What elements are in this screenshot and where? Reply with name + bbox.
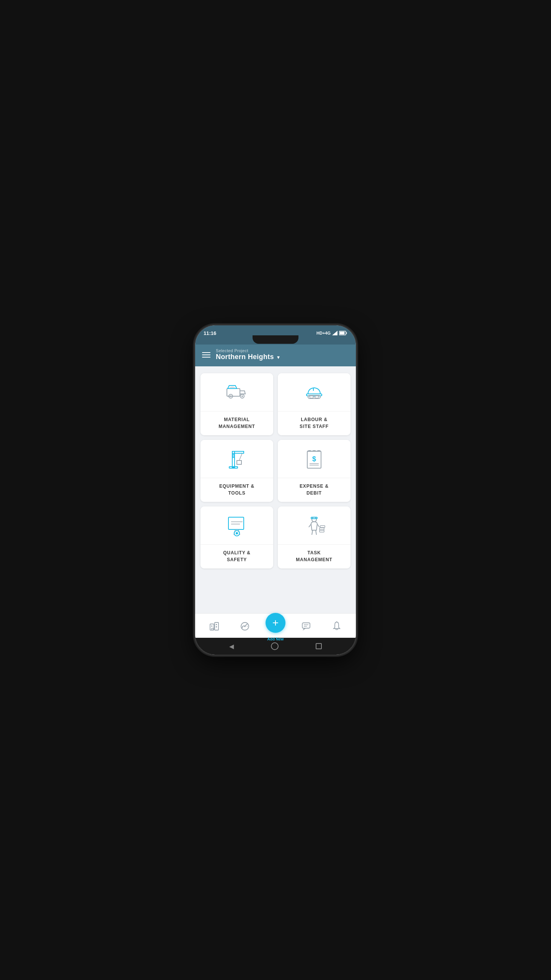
- receipt-icon: $: [302, 447, 326, 471]
- crane-icon: [225, 447, 249, 471]
- expense-debit-label: EXPENSE & DEBIT: [278, 478, 350, 502]
- svg-rect-47: [216, 624, 217, 625]
- svg-point-34: [236, 532, 238, 534]
- svg-rect-42: [320, 526, 325, 528]
- expense-icon-area: $: [278, 440, 350, 478]
- labour-label: LABOUR & SITE STAFF: [278, 412, 350, 435]
- nav-messages[interactable]: [291, 621, 321, 631]
- phone-frame: 11:16 HD+4G: [195, 325, 356, 655]
- recents-button[interactable]: [316, 643, 322, 649]
- svg-rect-43: [320, 530, 324, 532]
- certificate-icon: [225, 513, 249, 538]
- svg-rect-41: [320, 528, 324, 530]
- svg-rect-49: [212, 628, 213, 630]
- menu-row-3: QUALITY & SAFETY: [201, 506, 350, 568]
- hamburger-line-3: [202, 357, 210, 358]
- material-management-card[interactable]: MATERIAL MANAGEMENT: [201, 373, 273, 435]
- svg-marker-0: [332, 331, 337, 335]
- svg-rect-54: [302, 623, 310, 628]
- hamburger-line-1: [202, 352, 210, 353]
- nav-notifications[interactable]: [321, 621, 352, 631]
- svg-text:$: $: [312, 455, 316, 463]
- task-management-label: TASK MANAGEMENT: [278, 545, 350, 568]
- svg-line-40: [316, 530, 316, 535]
- labour-site-staff-card[interactable]: LABOUR & SITE STAFF: [278, 373, 350, 435]
- header-subtitle: Selected Project: [216, 348, 280, 353]
- material-management-label: MATERIAL MANAGEMENT: [201, 412, 273, 435]
- quality-safety-card[interactable]: QUALITY & SAFETY: [201, 506, 273, 568]
- nav-dashboard[interactable]: [230, 621, 260, 631]
- svg-rect-3: [340, 332, 345, 335]
- nav-add-new-wrapper: + Add New: [260, 616, 291, 636]
- task-icon-area: [278, 506, 350, 545]
- header-title-block: Selected Project Northern Heights ▾: [216, 348, 280, 361]
- equipment-tools-card[interactable]: EQUIPMENT & TOOLS: [201, 440, 273, 502]
- main-content: MATERIAL MANAGEMENT: [195, 366, 356, 613]
- bell-icon: [332, 621, 342, 631]
- svg-point-51: [244, 626, 246, 627]
- messages-icon: [301, 621, 311, 631]
- svg-rect-28: [228, 517, 244, 529]
- svg-line-39: [312, 530, 313, 535]
- svg-line-37: [309, 524, 311, 527]
- svg-line-38: [317, 524, 320, 527]
- svg-rect-46: [211, 626, 212, 627]
- truck-icon: [225, 380, 249, 405]
- svg-rect-48: [216, 626, 217, 627]
- task-management-card[interactable]: TASK MANAGEMENT: [278, 506, 350, 568]
- bottom-nav: + Add New: [195, 613, 356, 638]
- svg-rect-2: [346, 332, 347, 334]
- quality-safety-label: QUALITY & SAFETY: [201, 545, 273, 568]
- menu-row-2: EQUIPMENT & TOOLS $: [201, 440, 350, 502]
- labour-icon-area: [278, 373, 350, 412]
- svg-line-21: [239, 453, 242, 461]
- status-time: 11:16: [204, 330, 216, 336]
- dashboard-icon: [240, 621, 250, 631]
- material-management-icon-area: [201, 373, 273, 412]
- battery-icon: [339, 331, 347, 335]
- header-project-title: Northern Heights: [216, 353, 274, 361]
- add-new-label: Add New: [267, 637, 284, 641]
- svg-point-35: [312, 517, 316, 522]
- project-dropdown-arrow[interactable]: ▾: [277, 354, 280, 360]
- buildings-icon: [209, 621, 219, 631]
- expense-debit-card[interactable]: $ EXPENSE & DEBIT: [278, 440, 350, 502]
- menu-row-1: MATERIAL MANAGEMENT: [201, 373, 350, 435]
- home-button[interactable]: [271, 642, 279, 650]
- worker-icon: [302, 513, 326, 538]
- notch-bar: [195, 339, 356, 345]
- equipment-icon-area: [201, 440, 273, 478]
- quality-icon-area: [201, 506, 273, 545]
- phone-screen: 11:16 HD+4G: [195, 325, 356, 655]
- status-icons: HD+4G: [316, 331, 347, 335]
- back-button[interactable]: ◀: [229, 643, 234, 650]
- svg-point-8: [241, 395, 243, 397]
- equipment-tools-label: EQUIPMENT & TOOLS: [201, 478, 273, 502]
- add-new-button[interactable]: +: [266, 613, 285, 633]
- plus-icon: +: [272, 617, 279, 628]
- hamburger-line-2: [202, 354, 210, 355]
- svg-rect-22: [237, 461, 241, 464]
- hardhat-icon: [302, 380, 326, 405]
- network-label: HD+4G: [316, 331, 331, 335]
- app-header: Selected Project Northern Heights ▾: [195, 345, 356, 366]
- svg-point-6: [230, 395, 231, 397]
- nav-buildings[interactable]: [199, 621, 230, 631]
- notch: [253, 335, 298, 344]
- menu-button[interactable]: [202, 352, 210, 358]
- signal-icon: [332, 331, 337, 335]
- header-title-row[interactable]: Northern Heights ▾: [216, 353, 280, 361]
- svg-rect-16: [232, 451, 244, 453]
